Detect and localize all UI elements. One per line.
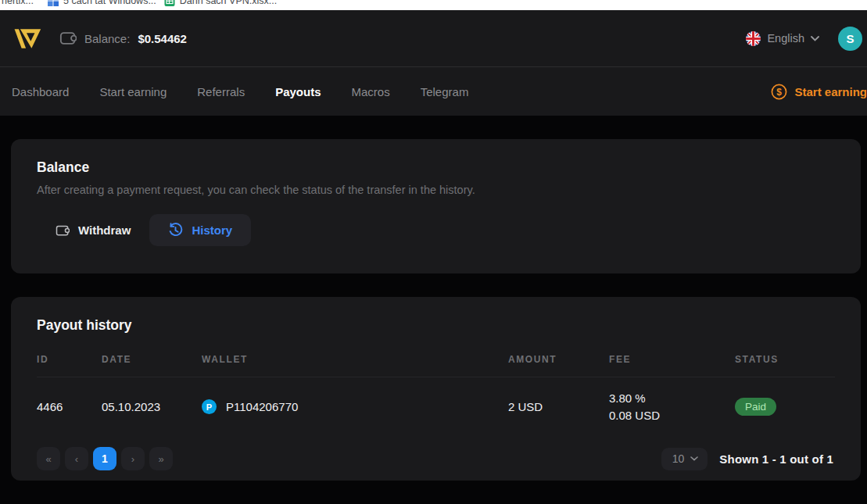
pagination-prev-button[interactable]: ‹ (65, 447, 88, 470)
page-size-select[interactable]: 10 (661, 448, 708, 470)
windows-icon (48, 0, 59, 6)
nav-item-dashboard[interactable]: Dashboard (12, 85, 69, 98)
bookmark-item[interactable]: 5 cách tắt Windows... (48, 0, 156, 6)
bookmark-label: 5 cách tắt Windows... (63, 0, 156, 6)
column-header-amount: AMOUNT (508, 354, 609, 365)
nav-item-payouts[interactable]: Payouts (275, 85, 321, 98)
chevron-down-icon (811, 36, 819, 41)
cell-amount: 2 USD (508, 400, 609, 413)
pagination-last-button[interactable]: » (149, 447, 173, 470)
language-label: English (767, 32, 804, 45)
header-balance: Balance: $0.54462 (59, 30, 187, 47)
bookmarks-bar: nertix... 5 cách tắt Windows... Danh sác… (0, 0, 867, 10)
column-header-fee: FEE (609, 354, 735, 365)
fee-amount: 0.08 USD (609, 407, 735, 424)
app-window: nertix... 5 cách tắt Windows... Danh sác… (0, 0, 867, 504)
svg-text:$: $ (777, 86, 783, 97)
wallet-icon (59, 30, 77, 47)
balance-label: Balance: (84, 32, 130, 45)
payout-card-title: Payout history (37, 317, 835, 334)
payout-history-card: Payout history ID DATE WALLET AMOUNT FEE… (11, 297, 861, 481)
start-earning-cta-label: Start earning (794, 85, 867, 98)
cell-fee: 3.80 % 0.08 USD (609, 390, 735, 424)
language-selector[interactable]: English (746, 31, 819, 46)
brand-logo (11, 23, 42, 53)
balance-card-subtitle: After creating a payment request, you ca… (37, 184, 835, 196)
pagination-row: « ‹ 1 › » 10 Shown 1 - 1 out of 1 (37, 447, 835, 470)
nav-item-telegram[interactable]: Telegram (421, 85, 469, 98)
pagination-next-button[interactable]: › (121, 447, 145, 470)
app-header: Balance: $0.54462 English S (0, 10, 867, 67)
pagination-page-1-button[interactable]: 1 (93, 447, 116, 470)
bookmark-label: nertix... (2, 0, 34, 6)
history-clock-icon (168, 223, 183, 238)
status-badge: Paid (735, 398, 776, 416)
avatar[interactable]: S (838, 27, 862, 51)
payout-table: ID DATE WALLET AMOUNT FEE STATUS 4466 05… (37, 354, 835, 439)
cell-status: Paid (735, 398, 835, 416)
tab-withdraw-label: Withdraw (78, 223, 131, 237)
nav-item-referrals[interactable]: Referrals (197, 85, 245, 98)
cell-wallet: P P1104206770 (202, 399, 508, 414)
nav-item-start-earning[interactable]: Start earning (99, 85, 167, 98)
main-nav: Dashboard Start earning Referrals Payout… (0, 67, 867, 116)
payeer-icon: P (202, 399, 217, 414)
cell-date: 05.10.2023 (102, 400, 202, 413)
start-earning-cta[interactable]: $ Start earning (771, 84, 867, 100)
bookmark-item[interactable]: nertix... (2, 0, 34, 6)
balance-value: $0.54462 (138, 32, 187, 45)
table-row: 4466 05.10.2023 P P1104206770 2 USD 3.80… (37, 377, 835, 439)
sheets-icon (164, 0, 175, 6)
column-header-wallet: WALLET (202, 354, 508, 365)
fee-percent: 3.80 % (609, 390, 735, 407)
cell-id: 4466 (37, 400, 102, 413)
column-header-date: DATE (102, 354, 202, 365)
page-size-value: 10 (672, 452, 685, 465)
nav-item-macros[interactable]: Macros (352, 85, 390, 98)
shown-count-text: Shown 1 - 1 out of 1 (719, 452, 835, 466)
dollar-circle-icon: $ (771, 84, 787, 100)
bookmark-label: Danh sách VPN.xlsx... (180, 0, 277, 6)
uk-flag-icon (746, 31, 761, 46)
tab-history[interactable]: History (149, 214, 251, 246)
table-header-row: ID DATE WALLET AMOUNT FEE STATUS (37, 354, 835, 377)
tab-withdraw[interactable]: Withdraw (37, 214, 149, 246)
chevron-down-icon (690, 456, 698, 461)
bookmark-item[interactable]: Danh sách VPN.xlsx... (164, 0, 277, 6)
balance-card-title: Balance (37, 159, 835, 176)
column-header-id: ID (37, 354, 102, 365)
pagination-first-button[interactable]: « (37, 447, 60, 470)
wallet-number: P1104206770 (226, 400, 298, 413)
wallet-icon (56, 223, 70, 238)
column-header-status: STATUS (735, 354, 835, 365)
balance-card: Balance After creating a payment request… (11, 139, 861, 273)
tab-history-label: History (192, 223, 232, 237)
